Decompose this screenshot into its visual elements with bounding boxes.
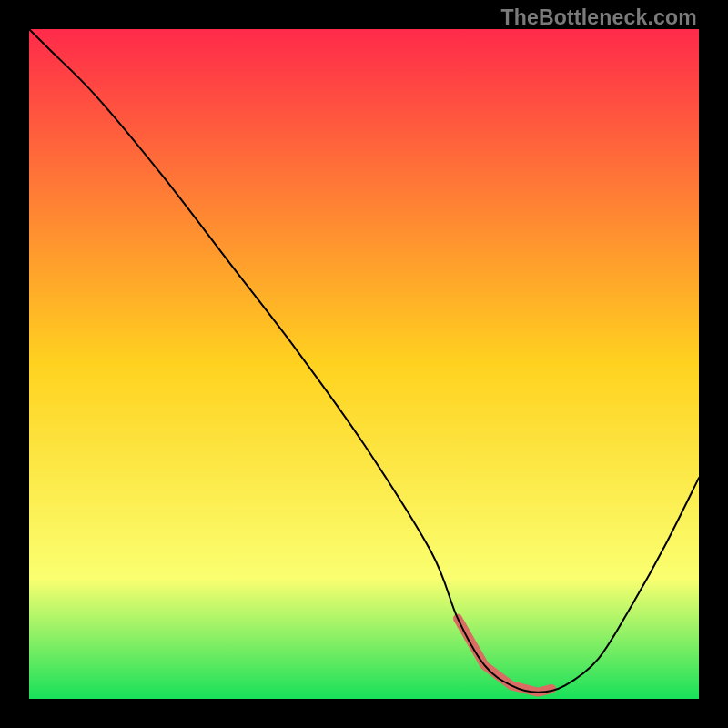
outer-frame: TheBottleneck.com	[0, 0, 728, 728]
plot-background	[29, 29, 699, 699]
watermark-text: TheBottleneck.com	[500, 5, 697, 29]
plot-area	[29, 29, 699, 699]
watermark: TheBottleneck.com	[500, 5, 697, 30]
chart-svg	[29, 29, 699, 699]
